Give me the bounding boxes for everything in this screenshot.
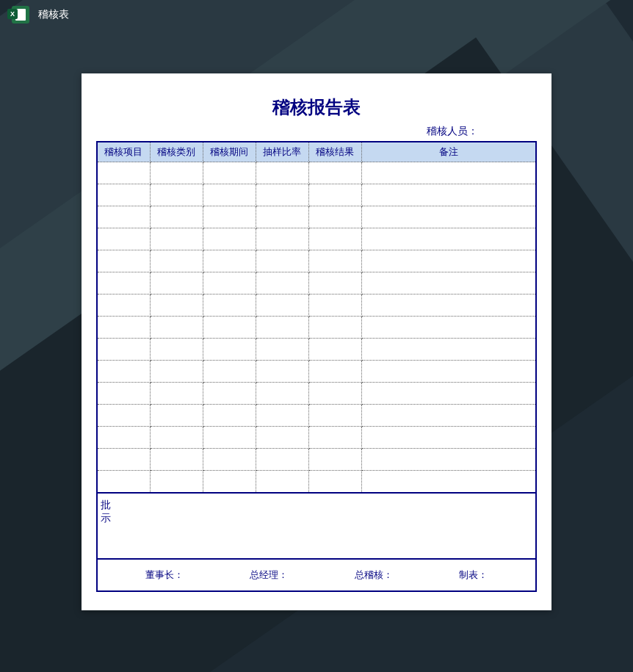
table-row <box>97 471 536 493</box>
table-row <box>97 295 536 317</box>
table-row <box>97 250 536 272</box>
signature-chairman: 董事长： <box>145 568 184 582</box>
table-header-row: 稽核项目 稽核类别 稽核期间 抽样比率 稽核结果 备注 <box>97 142 536 162</box>
excel-icon: X <box>12 6 29 24</box>
table-row <box>97 383 536 405</box>
table-row <box>97 361 536 383</box>
table-row <box>97 339 536 361</box>
auditor-label: 稽核人员： <box>96 125 537 138</box>
document-filename: 稽核表 <box>38 8 69 21</box>
table-row <box>97 317 536 339</box>
column-header-category: 稽核类别 <box>150 142 203 162</box>
app-header: X 稽核表 <box>0 0 633 29</box>
document-title: 稽核报告表 <box>96 95 537 119</box>
table-row <box>97 405 536 427</box>
signature-row: 董事长： 总经理： 总稽核： 制表： <box>96 560 537 592</box>
table-row <box>97 228 536 250</box>
signature-chief-auditor: 总稽核： <box>355 568 393 582</box>
column-header-result: 稽核结果 <box>308 142 361 162</box>
signature-general-manager: 总经理： <box>250 568 288 582</box>
column-header-remarks: 备注 <box>361 142 536 162</box>
column-header-project: 稽核项目 <box>97 142 150 162</box>
document-page: 稽核报告表 稽核人员： 稽核项目 稽核类别 稽核期间 抽样比率 稽核结果 备注 <box>82 73 551 610</box>
approval-label: 批 示 <box>98 494 114 558</box>
signature-prepared-by: 制表： <box>459 568 488 582</box>
table-row <box>97 272 536 295</box>
approval-section: 批 示 <box>96 494 537 560</box>
audit-table: 稽核项目 稽核类别 稽核期间 抽样比率 稽核结果 备注 <box>96 141 537 494</box>
column-header-period: 稽核期间 <box>203 142 256 162</box>
table-row <box>97 162 536 184</box>
column-header-sample-rate: 抽样比率 <box>256 142 308 162</box>
table-row <box>97 427 536 449</box>
table-row <box>97 184 536 206</box>
table-row <box>97 206 536 228</box>
table-row <box>97 449 536 471</box>
